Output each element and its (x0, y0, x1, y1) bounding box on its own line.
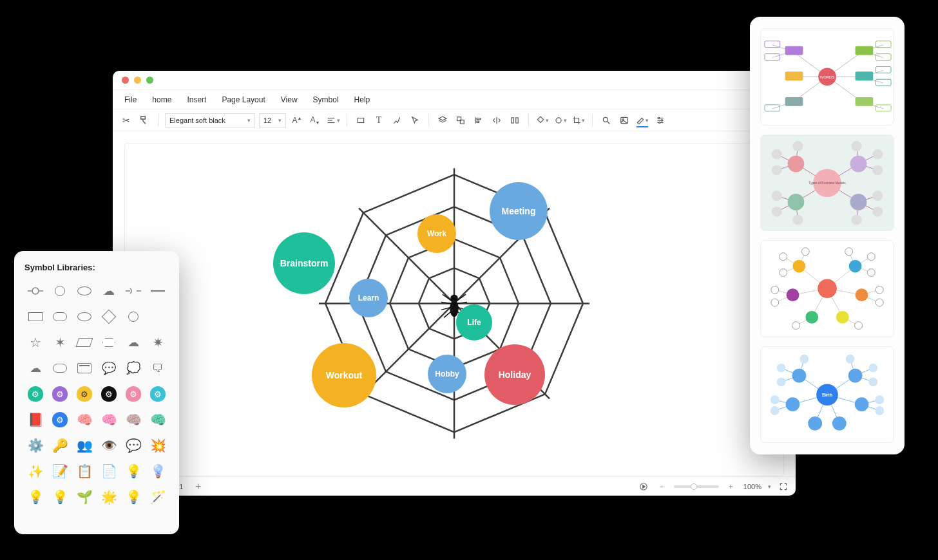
sym-card-icon[interactable] (73, 359, 95, 378)
sym-brain-blue-icon[interactable]: 🧠 (147, 410, 169, 429)
sym-burst-icon[interactable]: ✶ (49, 333, 71, 352)
group-icon[interactable] (454, 113, 468, 127)
sym-head-purple-icon[interactable]: ⚙ (49, 384, 71, 404)
sym-brain-outline-icon[interactable]: 🧠 (122, 410, 144, 429)
layers-icon[interactable] (436, 113, 450, 127)
zoom-slider[interactable] (674, 485, 719, 488)
sym-memo-icon[interactable]: 📝 (49, 462, 71, 481)
zoom-in-icon[interactable]: ＋ (725, 481, 737, 492)
template-thumbnail-2[interactable]: Types of Business Models (760, 135, 894, 232)
menu-help[interactable]: Help (347, 95, 378, 104)
sym-chat-question-icon[interactable]: 💬 (122, 436, 144, 455)
sym-ellipse2-icon[interactable] (73, 307, 95, 326)
text-tool-icon[interactable]: T (372, 113, 386, 127)
sym-circle-icon[interactable] (49, 281, 71, 301)
settings-icon[interactable] (653, 113, 667, 127)
fullscreen-icon[interactable] (778, 481, 789, 492)
node-life[interactable]: Life (456, 304, 492, 341)
sym-diamond-icon[interactable] (98, 307, 120, 326)
sym-connector-open-icon[interactable] (122, 281, 144, 301)
sym-gears-icon[interactable]: ⚙️ (24, 436, 46, 455)
add-page-icon[interactable]: ＋ (192, 481, 204, 492)
node-work[interactable]: Work (417, 214, 456, 253)
align-objects-icon[interactable] (472, 113, 486, 127)
node-meeting[interactable]: Meeting (490, 182, 548, 240)
distribute-icon[interactable] (508, 113, 522, 127)
crop-icon[interactable]: ▾ (571, 113, 586, 127)
menu-view[interactable]: View (273, 95, 305, 104)
canvas-paper[interactable]: Brainstorm Meeting Work Learn Life Hobby… (124, 143, 784, 476)
increase-font-icon[interactable]: A▲ (290, 113, 304, 127)
sym-rectangle-icon[interactable] (24, 307, 46, 326)
text-align-icon[interactable]: ▾ (326, 113, 340, 127)
maximize-window-button[interactable] (146, 77, 153, 84)
sym-bulb-plant-icon[interactable]: 🌱 (73, 487, 95, 507)
sym-rounded-rect-icon[interactable] (49, 307, 71, 326)
minimize-window-button[interactable] (134, 77, 141, 84)
sym-capsule-icon[interactable] (49, 359, 71, 378)
node-brainstorm[interactable]: Brainstorm (273, 232, 335, 294)
sym-bulb-small-icon[interactable]: 💡 (24, 487, 46, 507)
menu-home[interactable]: home (144, 95, 179, 104)
sym-wand-icon[interactable]: 🪄 (147, 487, 169, 507)
sym-speech-cloud-icon[interactable]: 💭 (122, 359, 144, 378)
sym-sparkle2-icon[interactable]: 🌟 (98, 487, 120, 507)
sym-parallelogram-icon[interactable] (73, 333, 95, 352)
menu-symbol[interactable]: Symbol (305, 95, 347, 104)
sym-note-edit-icon[interactable]: 📄 (98, 462, 120, 481)
sym-clipboard-icon[interactable]: 📋 (73, 462, 95, 481)
sym-explosion-icon[interactable]: ✷ (147, 333, 169, 352)
sym-bulb-hand-icon[interactable]: 💡 (122, 487, 144, 507)
menu-insert[interactable]: Insert (179, 95, 214, 104)
sym-book-icon[interactable]: 📕 (24, 410, 46, 429)
sym-head-blue-icon[interactable]: ⚙ (49, 410, 71, 429)
node-holiday[interactable]: Holiday (484, 344, 545, 405)
sym-hexagon-icon[interactable] (98, 333, 120, 352)
sym-people-icon[interactable]: 👥 (73, 436, 95, 455)
image-icon[interactable] (617, 113, 631, 127)
sym-speech-oval-icon[interactable]: 💬 (98, 359, 120, 378)
pointer-tool-icon[interactable] (408, 113, 422, 127)
sym-speech-rect-icon[interactable]: 🗨 (147, 359, 169, 378)
sym-bulb-yellow-icon[interactable]: 💡 (122, 462, 144, 481)
shadow-icon[interactable]: ▾ (553, 113, 568, 127)
template-thumbnail-4[interactable]: Birth (760, 346, 894, 443)
sym-collision-icon[interactable]: 💥 (147, 436, 169, 455)
node-hobby[interactable]: Hobby (428, 355, 466, 393)
format-painter-icon[interactable] (137, 113, 151, 127)
sym-brain-red-icon[interactable]: 🧠 (98, 410, 120, 429)
connector-tool-icon[interactable] (390, 113, 404, 127)
sym-connector-circle-icon[interactable] (24, 281, 46, 301)
sym-key-icon[interactable]: 🔑 (49, 436, 71, 455)
canvas-area[interactable]: Brainstorm Meeting Work Learn Life Hobby… (113, 131, 796, 476)
sym-head-yellow-icon[interactable]: ⚙ (73, 384, 95, 404)
search-icon[interactable] (599, 113, 613, 127)
template-thumbnail-3[interactable] (760, 240, 894, 337)
menu-page-layout[interactable]: Page Layout (214, 95, 273, 104)
sym-thought-icon[interactable]: ☁ (122, 333, 144, 352)
rectangle-tool-icon[interactable] (354, 113, 368, 127)
font-family-select[interactable]: Elegant soft black ▾ (165, 113, 255, 127)
sym-line-icon[interactable] (147, 281, 169, 301)
sym-spark-icon[interactable]: ✨ (24, 462, 46, 481)
node-learn[interactable]: Learn (349, 279, 388, 317)
pen-color-icon[interactable]: ▾ (635, 113, 649, 127)
fill-color-icon[interactable]: ▾ (535, 113, 550, 127)
sym-empty-icon[interactable] (147, 307, 169, 326)
sym-head-black-icon[interactable]: ⚙ (98, 384, 120, 404)
template-thumbnail-1[interactable]: WORDS (760, 28, 894, 126)
sym-head-cyan-icon[interactable]: ⚙ (147, 384, 169, 404)
decrease-font-icon[interactable]: A▼ (308, 113, 322, 127)
sym-head-teal-icon[interactable]: ⚙ (24, 384, 46, 404)
sym-circle2-icon[interactable] (122, 307, 144, 326)
node-workout[interactable]: Workout (312, 343, 376, 407)
sym-head-pink-icon[interactable]: ⚙ (122, 384, 144, 404)
font-size-select[interactable]: 12 ▾ (259, 113, 286, 127)
sym-brain-pink-icon[interactable]: 🧠 (73, 410, 95, 429)
sym-bulb-gear-icon[interactable]: 💡 (49, 487, 71, 507)
sym-star-icon[interactable]: ☆ (24, 333, 46, 352)
sym-bulb-blue-icon[interactable]: 💡 (147, 462, 169, 481)
flip-icon[interactable] (490, 113, 504, 127)
close-window-button[interactable] (122, 77, 129, 84)
presentation-icon[interactable] (638, 481, 649, 492)
